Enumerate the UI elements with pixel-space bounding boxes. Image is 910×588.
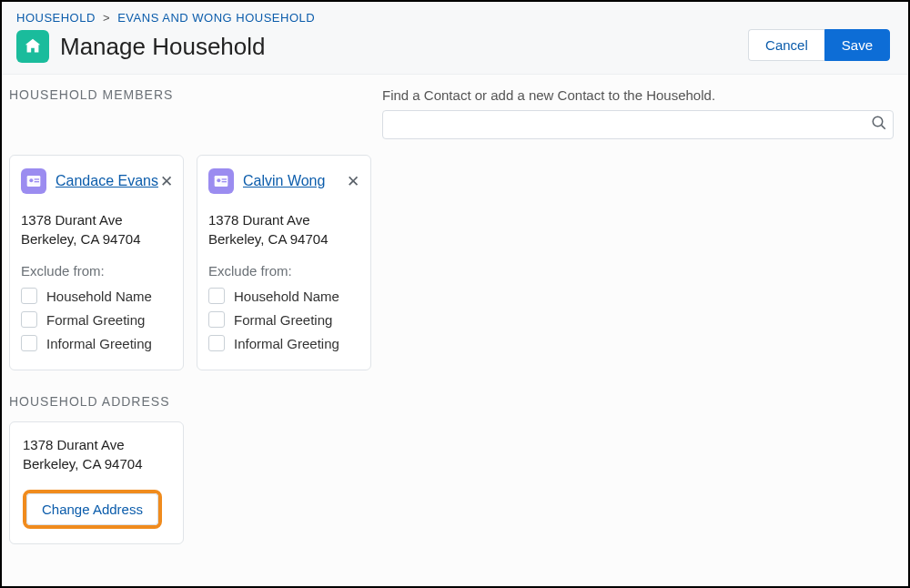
svg-line-9 xyxy=(882,126,885,129)
page-title: Manage Household xyxy=(60,33,266,61)
checkbox-label: Informal Greeting xyxy=(234,336,339,351)
change-address-button[interactable]: Change Address xyxy=(26,493,158,525)
exclude-from-label: Exclude from: xyxy=(208,263,359,279)
contact-icon xyxy=(21,168,46,194)
checkbox-informal-greeting[interactable] xyxy=(208,335,225,351)
save-button[interactable]: Save xyxy=(824,29,890,61)
contact-icon xyxy=(208,168,234,194)
breadcrumb-root-link[interactable]: HOUSEHOLD xyxy=(16,11,96,25)
svg-point-1 xyxy=(29,178,33,182)
contact-name-link[interactable]: Candace Evans xyxy=(56,173,158,189)
checkbox-household-name[interactable] xyxy=(21,288,37,304)
household-address-card: 1378 Durant Ave Berkeley, CA 94704 Chang… xyxy=(9,421,184,544)
checkbox-label: Household Name xyxy=(234,289,339,304)
svg-rect-6 xyxy=(222,178,227,179)
exclude-from-label: Exclude from: xyxy=(21,263,172,279)
address-line2: Berkeley, CA 94704 xyxy=(21,229,172,248)
svg-point-5 xyxy=(217,178,220,182)
address-line1: 1378 Durant Ave xyxy=(208,210,359,229)
contact-search-input[interactable] xyxy=(382,110,894,139)
svg-point-8 xyxy=(873,117,883,127)
address-line2: Berkeley, CA 94704 xyxy=(208,229,359,248)
svg-rect-7 xyxy=(222,181,227,182)
svg-rect-2 xyxy=(35,178,39,179)
cancel-button[interactable]: Cancel xyxy=(748,29,824,61)
svg-rect-3 xyxy=(35,181,39,182)
contact-name-link[interactable]: Calvin Wong xyxy=(243,173,345,189)
breadcrumb: HOUSEHOLD > EVANS AND WONG HOUSEHOLD xyxy=(16,11,890,25)
remove-member-button[interactable]: ✕ xyxy=(347,174,359,189)
search-icon xyxy=(871,115,887,135)
change-address-highlight: Change Address xyxy=(23,490,162,529)
checkbox-label: Formal Greeting xyxy=(234,312,332,328)
household-members-label: HOUSEHOLD MEMBERS xyxy=(9,87,380,102)
checkbox-label: Formal Greeting xyxy=(46,312,145,328)
member-card: Calvin Wong ✕ 1378 Durant Ave Berkeley, … xyxy=(197,155,371,370)
address-line1: 1378 Durant Ave xyxy=(21,210,172,229)
household-address-label: HOUSEHOLD ADDRESS xyxy=(9,394,380,409)
search-label: Find a Contact or add a new Contact to t… xyxy=(382,87,894,103)
checkbox-formal-greeting[interactable] xyxy=(208,311,225,328)
breadcrumb-current-link[interactable]: EVANS AND WONG HOUSEHOLD xyxy=(117,11,315,25)
checkbox-label: Informal Greeting xyxy=(46,336,152,351)
checkbox-informal-greeting[interactable] xyxy=(21,335,37,351)
household-icon xyxy=(16,30,49,63)
household-address-line1: 1378 Durant Ave xyxy=(23,435,170,454)
checkbox-formal-greeting[interactable] xyxy=(21,311,37,328)
household-address-line2: Berkeley, CA 94704 xyxy=(23,454,170,473)
remove-member-button[interactable]: ✕ xyxy=(160,174,173,189)
breadcrumb-separator: > xyxy=(103,11,110,25)
member-address: 1378 Durant Ave Berkeley, CA 94704 xyxy=(208,210,359,248)
page-header: HOUSEHOLD > EVANS AND WONG HOUSEHOLD Man… xyxy=(2,2,908,75)
member-card: Candace Evans ✕ 1378 Durant Ave Berkeley… xyxy=(9,155,184,370)
member-address: 1378 Durant Ave Berkeley, CA 94704 xyxy=(21,210,172,248)
checkbox-label: Household Name xyxy=(46,289,152,304)
checkbox-household-name[interactable] xyxy=(208,288,225,304)
